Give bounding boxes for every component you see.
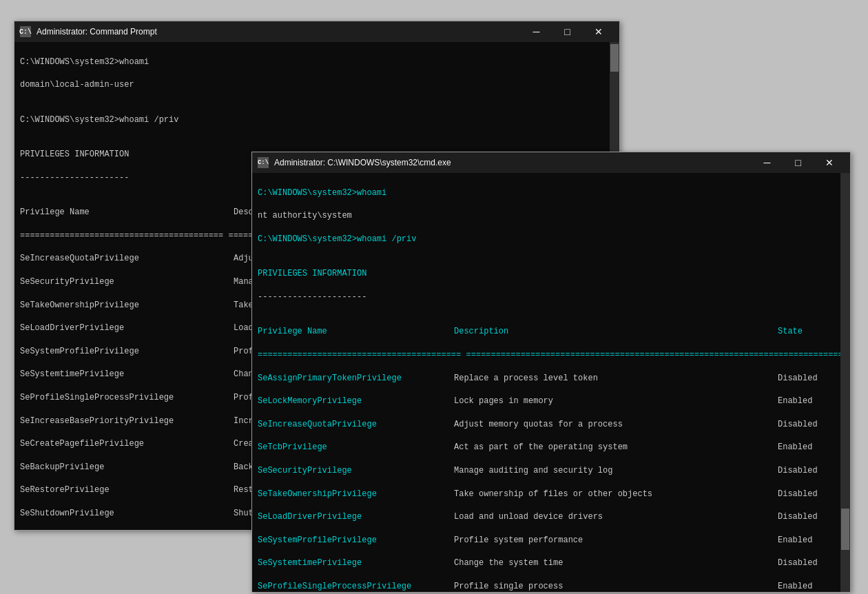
- close-btn-front[interactable]: ✕: [814, 152, 845, 173]
- scrollbar-front[interactable]: [840, 173, 850, 592]
- front-result-1: nt authority\system: [258, 210, 836, 222]
- front-row-9: SeSystemtimePrivilegeChange the system t…: [258, 557, 836, 569]
- scrollbar-thumb-front[interactable]: [841, 509, 849, 550]
- cmd-icon-front: C:\: [258, 157, 269, 168]
- front-row-8: SeSystemProfilePrivilegeProfile system p…: [258, 535, 836, 546]
- terminal-content-front[interactable]: C:\WINDOWS\system32>whoami nt authority\…: [252, 173, 850, 592]
- front-section: PRIVILEGES INFORMATION: [258, 268, 836, 280]
- maximize-btn-back[interactable]: □: [552, 21, 583, 42]
- titlebar-front: C:\ Administrator: C:\WINDOWS\system32\c…: [252, 152, 850, 173]
- front-cmd-2: C:\WINDOWS\system32>whoami /priv: [258, 234, 836, 245]
- result-1: domain\local-admin-user: [20, 79, 606, 91]
- front-row-10: SeProfileSingleProcessPrivilegeProfile s…: [258, 581, 836, 592]
- maximize-btn-front[interactable]: □: [783, 152, 814, 173]
- front-row-2: SeLockMemoryPrivilegeLock pages in memor…: [258, 396, 836, 407]
- cmd-line-1: C:\WINDOWS\system32>whoami: [20, 57, 606, 68]
- front-row-7: SeLoadDriverPrivilegeLoad and unload dev…: [258, 511, 836, 523]
- scrollbar-thumb-back[interactable]: [610, 44, 619, 72]
- minimize-btn-back[interactable]: ─: [521, 21, 552, 42]
- titlebar-controls-front[interactable]: ─ □ ✕: [752, 152, 845, 173]
- front-row-3: SeIncreaseQuotaPrivilegeAdjust memory qu…: [258, 419, 836, 431]
- front-priv-eq: ========================================…: [258, 349, 836, 361]
- window-title-front: Administrator: C:\WINDOWS\system32\cmd.e…: [274, 158, 752, 167]
- close-btn-back[interactable]: ✕: [583, 21, 614, 42]
- minimize-btn-front[interactable]: ─: [752, 152, 783, 173]
- cmd-line-2: C:\WINDOWS\system32>whoami /priv: [20, 114, 606, 126]
- cmd-window-front[interactable]: C:\ Administrator: C:\WINDOWS\system32\c…: [251, 152, 851, 593]
- front-priv-header: Privilege NameDescriptionState: [258, 326, 836, 338]
- window-title-back: Administrator: Command Prompt: [37, 27, 521, 37]
- front-cmd-1: C:\WINDOWS\system32>whoami: [258, 187, 836, 199]
- front-row-6: SeTakeOwnershipPrivilegeTake ownership o…: [258, 489, 836, 500]
- front-row-4: SeTcbPrivilegeAct as part of the operati…: [258, 442, 836, 453]
- titlebar-controls-back[interactable]: ─ □ ✕: [521, 21, 614, 42]
- front-sep: ----------------------: [258, 291, 836, 303]
- front-row-5: SeSecurityPrivilegeManage auditing and s…: [258, 465, 836, 477]
- titlebar-back: C:\ Administrator: Command Prompt ─ □ ✕: [14, 21, 619, 42]
- front-row-1: SeAssignPrimaryTokenPrivilegeReplace a p…: [258, 373, 836, 385]
- cmd-icon-back: C:\: [20, 26, 31, 37]
